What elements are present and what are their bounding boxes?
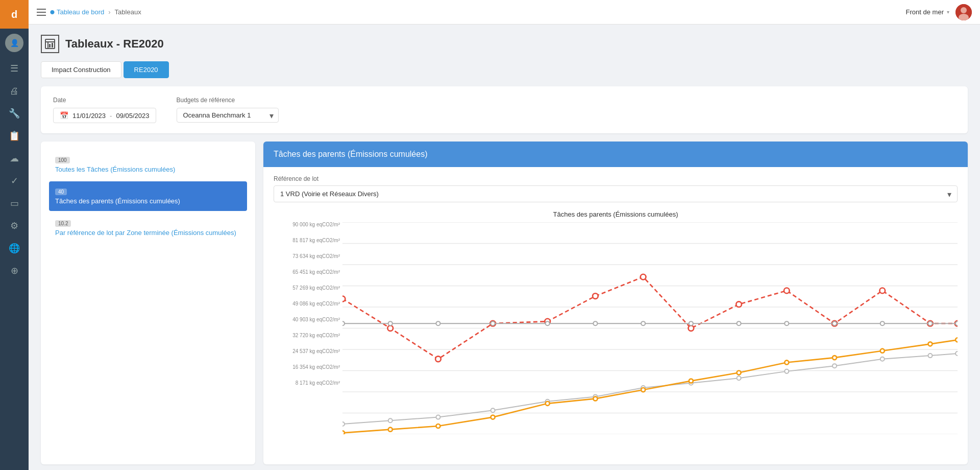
gray-dot	[880, 321, 885, 325]
orange-dot	[832, 356, 837, 360]
orange-dot	[737, 371, 741, 375]
orange-dot	[955, 338, 958, 342]
gray2-dot	[832, 364, 837, 368]
date-label: Date	[53, 97, 156, 104]
budget-filter-group: Budgets de référence Oceanna Benchmark 1	[177, 97, 279, 123]
page-icon	[41, 35, 59, 53]
sidebar-item-table[interactable]: 📋	[0, 125, 29, 147]
date-to: 09/05/2023	[116, 112, 149, 120]
y-label-4: 40 903 kg eqCO2/m²	[274, 317, 340, 322]
left-panel: 100 Toutes les Tâches (Émissions cumulée…	[41, 142, 255, 464]
red-dot	[736, 301, 742, 307]
red-dot	[435, 356, 441, 362]
user-avatar[interactable]	[955, 4, 972, 20]
sidebar-item-menu[interactable]: ☰	[0, 57, 29, 80]
list-item-parent-tasks[interactable]: 40 Tâches des parents (Émissions cumulée…	[49, 181, 247, 211]
breadcrumb-sep: ›	[108, 8, 110, 16]
red-line	[342, 277, 958, 359]
orange-dot	[689, 379, 693, 383]
y-label-6: 57 269 kg eqCO2/m²	[274, 286, 340, 291]
breadcrumb-current: Tableaux	[115, 8, 141, 16]
tab-impact-construction[interactable]: Impact Construction	[41, 61, 121, 78]
chart-title: Tâches des parents (Émissions cumulées)	[274, 210, 958, 218]
project-chevron: ▾	[947, 9, 949, 15]
budget-select[interactable]: Oceanna Benchmark 1	[177, 108, 279, 123]
date-separator: -	[110, 112, 112, 120]
chart-area: 90 000 kg eqCO2/m² 81 817 kg eqCO2/m² 73…	[274, 222, 958, 396]
y-label-0: 8 171 kg eqCO2/m²	[274, 381, 340, 386]
gray-dot	[955, 321, 958, 325]
sidebar-item-print[interactable]: 🖨	[0, 80, 29, 102]
sidebar-item-add[interactable]: ⊕	[0, 260, 29, 282]
sidebar-item-settings[interactable]: ⚙	[0, 215, 29, 237]
list-item-all-tasks[interactable]: 100 Toutes les Tâches (Émissions cumulée…	[49, 150, 247, 179]
orange-dot	[785, 360, 789, 364]
sidebar-item-check[interactable]: ✓	[0, 170, 29, 192]
calendar-icon: 📅	[60, 111, 68, 120]
sidebar-item-layout[interactable]: ▭	[0, 192, 29, 215]
gray2-dot	[737, 376, 741, 380]
y-axis: 90 000 kg eqCO2/m² 81 817 kg eqCO2/m² 73…	[274, 222, 340, 386]
sidebar-item-tools[interactable]: 🔧	[0, 102, 29, 125]
gray-dot	[546, 321, 550, 325]
gray2-dot	[880, 357, 885, 361]
y-label-5: 49 086 kg eqCO2/m²	[274, 301, 340, 307]
red-dot	[641, 274, 646, 280]
right-panel-header: Tâches des parents (Émissions cumulées)	[263, 142, 968, 167]
app-logo[interactable]: d	[0, 0, 29, 29]
chart-svg	[342, 222, 958, 434]
gray-dot	[593, 321, 597, 325]
orange-dot	[928, 342, 932, 346]
gray2-dot	[491, 408, 495, 412]
orange-line	[342, 340, 958, 433]
orange-dot	[388, 428, 393, 432]
content-area: Tableaux - RE2020 Impact Construction RE…	[29, 25, 980, 470]
gray2-dot	[342, 422, 345, 426]
y-label-1: 16 354 kg eqCO2/m²	[274, 365, 340, 370]
orange-dot	[491, 415, 495, 419]
y-label-2: 24 537 kg eqCO2/m²	[274, 349, 340, 354]
red-dot	[342, 296, 345, 302]
orange-dot	[342, 431, 345, 434]
sidebar-avatar[interactable]: 👤	[5, 34, 23, 52]
page-header: Tableaux - RE2020	[41, 35, 968, 53]
right-panel-body: Référence de lot 1 VRD (Voirie et Réseau…	[263, 167, 968, 464]
red-dot	[879, 288, 885, 294]
tabs-container: Impact Construction RE2020	[41, 61, 968, 78]
ref-lot-select[interactable]: 1 VRD (Voirie et Réseaux Divers)	[274, 185, 958, 202]
date-from: 11/01/2023	[72, 112, 106, 120]
topbar-left: Tableau de bord › Tableaux	[37, 8, 141, 16]
budget-label: Budgets de référence	[177, 97, 279, 104]
gray-dot	[436, 321, 440, 325]
chart-container: Tâches des parents (Émissions cumulées) …	[274, 210, 958, 400]
orange-dot	[593, 396, 597, 401]
gray-dot	[641, 321, 645, 325]
filter-row: Date 📅 11/01/2023 - 09/05/2023 Budgets d…	[53, 97, 955, 123]
topbar: Tableau de bord › Tableaux Front de mer …	[29, 0, 980, 25]
list-item-by-zone[interactable]: 10.2 Par référence de lot par Zone termi…	[49, 213, 247, 243]
sidebar-item-globe[interactable]: 🌐	[0, 237, 29, 260]
red-dot	[593, 293, 598, 299]
breadcrumb-dashboard[interactable]: Tableau de bord	[50, 8, 104, 16]
gray2-dot	[785, 369, 789, 373]
hamburger-menu[interactable]	[37, 9, 46, 16]
gray2-dot	[928, 354, 932, 358]
tab-re2020[interactable]: RE2020	[124, 61, 169, 78]
y-label-10: 90 000 kg eqCO2/m²	[274, 222, 340, 227]
gray-dot	[832, 321, 837, 325]
gray-dot	[491, 321, 495, 325]
filter-card: Date 📅 11/01/2023 - 09/05/2023 Budgets d…	[41, 86, 968, 133]
date-range-input[interactable]: 📅 11/01/2023 - 09/05/2023	[53, 108, 156, 123]
sidebar-item-cloud[interactable]: ☁	[0, 147, 29, 170]
y-label-7: 65 451 kg eqCO2/m²	[274, 270, 340, 275]
badge-all-tasks: 100	[55, 157, 70, 163]
date-filter-group: Date 📅 11/01/2023 - 09/05/2023	[53, 97, 156, 123]
gray2-dot	[955, 351, 958, 356]
red-dot	[784, 288, 790, 294]
page-title: Tableaux - RE2020	[65, 37, 164, 51]
project-selector[interactable]: Front de mer ▾	[906, 8, 949, 16]
ref-lot-select-wrapper: 1 VRD (Voirie et Réseaux Divers)	[274, 185, 958, 202]
svg-point-1	[961, 7, 967, 13]
gray-dot	[928, 321, 932, 325]
gray-dot	[388, 321, 393, 325]
